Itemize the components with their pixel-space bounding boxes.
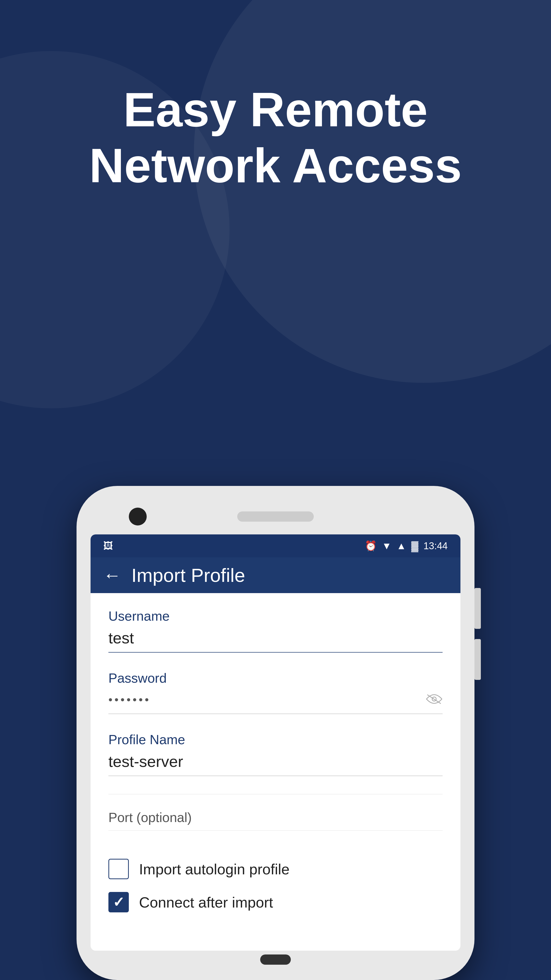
phone-speaker	[237, 511, 314, 522]
username-input[interactable]: test	[108, 629, 443, 652]
app-bar: ← Import Profile	[91, 557, 460, 593]
divider	[108, 794, 443, 794]
autologin-row[interactable]: Import autologin profile	[108, 859, 443, 879]
phone-notch	[91, 501, 460, 532]
connect-after-import-checkbox[interactable]: ✓	[108, 892, 129, 912]
form-area: Username test Password •••••••	[91, 593, 460, 951]
volume-down-button	[475, 639, 481, 680]
back-button[interactable]: ←	[103, 565, 121, 585]
profile-name-label: Profile Name	[108, 732, 443, 747]
battery-icon: ▓	[411, 541, 418, 552]
status-bar: 🖼 ⏰ ▼ ▲ ▓ 13:44	[91, 535, 460, 557]
page-title: Import Profile	[131, 564, 245, 586]
phone-mockup: 🖼 ⏰ ▼ ▲ ▓ 13:44 ← Import Profile Usernam…	[76, 486, 475, 980]
phone-camera	[129, 508, 147, 525]
volume-up-button	[475, 588, 481, 629]
password-label: Password	[108, 670, 443, 686]
notification-icon: 🖼	[103, 541, 113, 552]
password-field: Password •••••••	[108, 670, 443, 714]
password-input[interactable]: •••••••	[108, 693, 426, 706]
signal-icon: ▲	[397, 541, 407, 552]
port-field: Port (optional)	[108, 810, 443, 831]
connect-after-import-row[interactable]: ✓ Connect after import	[108, 892, 443, 912]
wifi-icon: ▼	[382, 541, 392, 552]
alarm-icon: ⏰	[365, 540, 377, 552]
time-display: 13:44	[424, 541, 448, 552]
profile-name-input-wrapper: test-server	[108, 752, 443, 776]
port-label[interactable]: Port (optional)	[108, 810, 443, 831]
autologin-checkbox[interactable]	[108, 859, 129, 879]
profile-name-field: Profile Name test-server	[108, 732, 443, 776]
connect-after-import-label: Connect after import	[139, 894, 273, 911]
checkbox-area: Import autologin profile ✓ Connect after…	[108, 849, 443, 935]
checkmark-icon: ✓	[113, 894, 124, 910]
phone-screen: 🖼 ⏰ ▼ ▲ ▓ 13:44 ← Import Profile Usernam…	[91, 535, 460, 951]
toggle-password-visibility-icon[interactable]	[426, 691, 443, 708]
hero-title: Easy Remote Network Access	[0, 82, 551, 193]
username-field: Username test	[108, 608, 443, 652]
password-input-row: •••••••	[108, 691, 443, 714]
autologin-label: Import autologin profile	[139, 861, 289, 878]
status-right-icons: ⏰ ▼ ▲ ▓ 13:44	[365, 540, 448, 552]
phone-home-button[interactable]	[260, 955, 291, 965]
profile-name-input[interactable]: test-server	[108, 752, 183, 770]
username-label: Username	[108, 608, 443, 624]
